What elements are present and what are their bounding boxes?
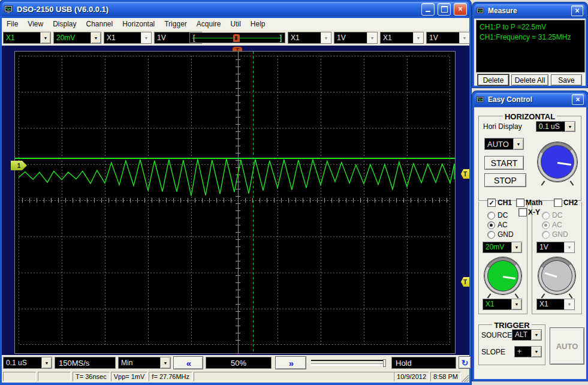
- ch1-volt-select[interactable]: 20mV ▼: [483, 242, 522, 253]
- ext-volt-combo[interactable]: 1V ▼: [334, 32, 378, 44]
- easy-control-titlebar: Easy Control ×: [474, 93, 586, 106]
- pan-slider-groove: [311, 363, 385, 366]
- menu-trigger[interactable]: Trigger: [159, 19, 192, 29]
- ch2-volt-select[interactable]: 1V ▼: [536, 242, 575, 253]
- easy-control-icon: [477, 96, 485, 104]
- ch2-probe-combo[interactable]: X1 ▼: [104, 32, 152, 44]
- chevron-down-icon[interactable]: ▼: [41, 357, 52, 368]
- bottom-control-bar: 0.1 uS ▼ 150MS/s Min ▼ « 50% »: [2, 355, 469, 371]
- trigger-slope-combo[interactable]: + ▼: [514, 346, 542, 357]
- ch1-probe-select[interactable]: X1 ▼: [483, 299, 522, 310]
- close-button[interactable]: ×: [454, 3, 467, 16]
- aux-volt-combo[interactable]: 1V ▼: [426, 32, 470, 44]
- menu-util[interactable]: Util: [226, 19, 246, 29]
- scope-canvas: [15, 52, 455, 353]
- hold-status-display: Hold: [391, 357, 456, 369]
- pan-slider[interactable]: [311, 359, 388, 367]
- measure-icon: [477, 7, 485, 15]
- window-title: DSO-2150 USB (V6.0.0.1): [17, 5, 418, 14]
- horizontal-knob[interactable]: [538, 142, 577, 182]
- chevron-down-icon[interactable]: ▼: [40, 32, 50, 43]
- measure-close-button[interactable]: ×: [571, 5, 583, 16]
- menu-view[interactable]: View: [23, 19, 48, 29]
- easy-control-close-button[interactable]: ×: [572, 94, 584, 105]
- scroll-right-button[interactable]: »: [275, 356, 306, 369]
- ch2-gnd-label: GND: [552, 230, 568, 239]
- measure-titlebar: Measure ×: [474, 4, 586, 17]
- ch1-probe-combo[interactable]: X1 ▼: [3, 32, 51, 44]
- stop-button[interactable]: STOP: [484, 173, 526, 187]
- minimize-button[interactable]: [421, 3, 435, 16]
- measure-title: Measure: [488, 7, 568, 15]
- ch2-dc-radio[interactable]: [542, 212, 550, 219]
- ch1-volt-combo[interactable]: 20mV ▼: [53, 32, 101, 44]
- ch1-knob[interactable]: [484, 257, 521, 294]
- trigger-slope-label: SLOPE: [481, 348, 505, 356]
- start-button[interactable]: START: [484, 156, 524, 170]
- measure-line-2: CH1:Frequency = 31.25MHz: [477, 31, 584, 41]
- trigger-position-slider[interactable]: [ ]: [189, 32, 285, 43]
- menu-channel[interactable]: Channel: [82, 19, 118, 29]
- ext-probe-combo[interactable]: X1 ▼: [288, 32, 331, 44]
- measure-readout: CH1:P to P =22.5mV CH1:Frequency = 31.25…: [476, 20, 585, 73]
- close-icon: ×: [458, 5, 462, 13]
- menu-horizontal[interactable]: Horizontal: [117, 19, 159, 29]
- chevron-down-icon[interactable]: ▼: [511, 299, 521, 309]
- aux-probe-combo[interactable]: X1 ▼: [380, 32, 424, 44]
- menu-help[interactable]: Help: [246, 19, 270, 29]
- ch1-dc-radio[interactable]: [487, 212, 495, 219]
- hori-display-combo[interactable]: 0.1 uS ▼: [536, 121, 575, 132]
- ch2-probe-select[interactable]: X1 ▼: [536, 299, 575, 310]
- scope-area: T 1 T T: [2, 46, 469, 355]
- ch2-gnd-radio[interactable]: [542, 231, 550, 239]
- ch1-gnd-radio[interactable]: [487, 231, 495, 239]
- refresh-button[interactable]: ↻: [459, 356, 471, 369]
- menu-display[interactable]: Display: [48, 19, 81, 29]
- menu-acquire[interactable]: Acquire: [192, 19, 226, 29]
- horizontal-mode-combo[interactable]: AUTO ▼: [484, 138, 524, 150]
- trigger-legend: TRIGGER: [492, 321, 531, 330]
- chevron-down-icon[interactable]: ▼: [91, 32, 101, 43]
- trigger-auto-button[interactable]: AUTO: [550, 327, 584, 365]
- measure-body: CH1:P to P =22.5mV CH1:Frequency = 31.25…: [474, 19, 586, 86]
- chevron-down-icon[interactable]: ▼: [511, 242, 521, 252]
- maximize-button[interactable]: [438, 3, 451, 16]
- pan-slider-handle[interactable]: [383, 359, 386, 367]
- status-frequency: f= 27.76MHz: [149, 372, 192, 381]
- horizontal-group: HORIZONTAL Hori Display 0.1 uS ▼ AUTO ▼ …: [478, 116, 581, 201]
- buffer-position-display: 50%: [206, 357, 272, 369]
- sample-rate-display: 150MS/s: [55, 357, 116, 369]
- horizontal-legend: HORIZONTAL: [503, 112, 557, 121]
- chevron-down-icon[interactable]: ▼: [531, 330, 541, 340]
- chevron-down-icon[interactable]: ▼: [160, 357, 170, 368]
- chevron-down-icon[interactable]: ▼: [513, 139, 523, 149]
- close-icon: ×: [575, 95, 580, 104]
- menu-file[interactable]: File: [2, 19, 23, 29]
- trigger-position-handle[interactable]: [233, 34, 240, 42]
- measure-delete-button[interactable]: Delete: [478, 74, 509, 86]
- status-time-per-div: T= 36nsec: [73, 372, 110, 381]
- chevron-down-icon[interactable]: ▼: [565, 122, 575, 131]
- trigger-source-combo[interactable]: ALT ▼: [512, 329, 542, 341]
- chevron-down-icon: ▼: [564, 299, 574, 309]
- ch2-knob[interactable]: [538, 257, 575, 294]
- status-bar: T= 36nsec Vpp= 1mV f= 27.76MHz 10/9/2012…: [2, 371, 469, 383]
- trigger-source-label: SOURCE: [481, 331, 512, 339]
- ch1-ac-radio[interactable]: [487, 221, 495, 229]
- resize-grip[interactable]: [462, 375, 469, 382]
- easy-control-title: Easy Control: [488, 95, 569, 104]
- acquire-mode-combo[interactable]: Min ▼: [118, 357, 171, 369]
- scroll-left-button[interactable]: «: [173, 356, 203, 369]
- slider-right-bracket: ]: [280, 34, 282, 42]
- measure-delete-all-button[interactable]: Delete All: [511, 74, 548, 86]
- ch1-dc-label: DC: [497, 211, 508, 219]
- trigger-level-marker-2[interactable]: T: [461, 277, 469, 287]
- chevron-down-icon: ▼: [321, 32, 331, 43]
- ch2-ac-radio[interactable]: [542, 221, 550, 229]
- measure-save-button[interactable]: Save: [551, 74, 582, 86]
- trigger-level-marker-1[interactable]: T: [461, 169, 469, 179]
- status-vpp: Vpp= 1mV: [111, 372, 148, 381]
- timebase-combo[interactable]: 0.1 uS ▼: [3, 357, 52, 369]
- double-right-arrow-icon: »: [289, 358, 293, 368]
- chevron-down-icon[interactable]: ▼: [531, 347, 541, 357]
